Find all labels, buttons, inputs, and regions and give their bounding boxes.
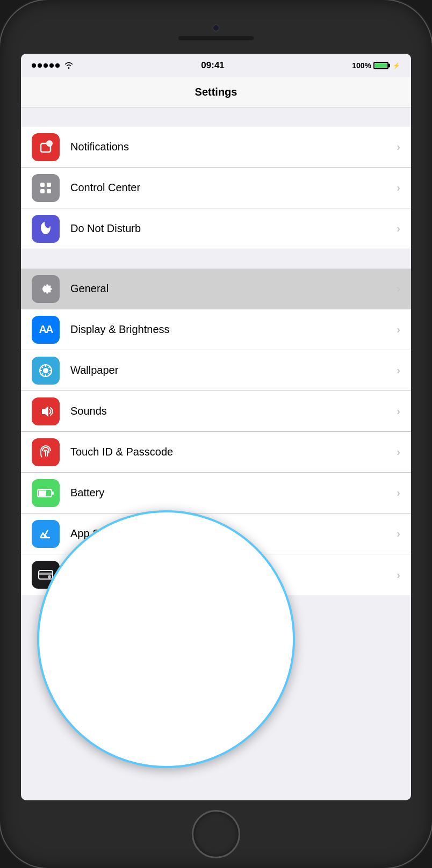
- section-gap-2: [21, 249, 411, 269]
- wallpaper-icon: [32, 357, 60, 385]
- display-chevron: ›: [397, 323, 400, 336]
- display-label: Display & Brightness: [70, 323, 397, 336]
- signal-dot-1: [32, 63, 36, 68]
- control-center-label: Control Center: [70, 182, 397, 194]
- row-display[interactable]: AA Display & Brightness ›: [21, 309, 411, 350]
- wallpaper-label: Wallpaper: [70, 364, 397, 377]
- general-chevron: ›: [397, 283, 400, 295]
- wallpaper-chevron: ›: [397, 364, 400, 377]
- nav-bar: Settings: [21, 77, 411, 107]
- svg-line-16: [41, 373, 43, 375]
- svg-point-23: [48, 575, 51, 578]
- notifications-chevron: ›: [397, 141, 400, 153]
- signal-dot-3: [44, 63, 48, 68]
- general-icon: [32, 275, 60, 303]
- row-sounds[interactable]: Sounds ›: [21, 391, 411, 432]
- screen: 09:41 100% ⚡ Settings: [21, 54, 411, 800]
- svg-line-14: [48, 373, 50, 375]
- section-gap-1: [21, 107, 411, 127]
- control-center-icon: [32, 174, 60, 202]
- battery-fill: [375, 63, 387, 68]
- svg-line-13: [41, 366, 43, 368]
- battery-container: [373, 62, 388, 69]
- row-general[interactable]: General ›: [21, 269, 411, 309]
- control-center-chevron: ›: [397, 182, 400, 194]
- app-store-chevron: ›: [397, 527, 400, 540]
- sounds-label: Sounds: [70, 405, 397, 417]
- camera-dot: [212, 24, 220, 32]
- svg-marker-17: [42, 406, 48, 417]
- status-time: 09:41: [201, 60, 224, 71]
- speaker-slot: [178, 36, 254, 40]
- bottom-bar: [192, 800, 240, 868]
- signal-dot-5: [55, 63, 60, 68]
- battery-percent: 100%: [352, 61, 371, 70]
- touch-id-chevron: ›: [397, 446, 400, 458]
- display-icon: AA: [32, 316, 60, 344]
- touch-id-icon: [32, 438, 60, 466]
- battery-body: [373, 62, 388, 69]
- row-wallpaper[interactable]: Wallpaper ›: [21, 350, 411, 391]
- notifications-label: Notifications: [70, 141, 397, 153]
- svg-rect-19: [39, 490, 46, 496]
- battery-setting-label: Battery: [70, 487, 397, 499]
- row-touch-id[interactable]: Touch ID & Passcode ›: [21, 432, 411, 473]
- svg-point-8: [43, 368, 48, 373]
- svg-rect-20: [52, 491, 54, 495]
- row-control-center[interactable]: Control Center ›: [21, 168, 411, 208]
- wallet-chevron: ›: [397, 569, 400, 581]
- svg-line-15: [48, 366, 50, 368]
- row-do-not-disturb[interactable]: Do Not Disturb ›: [21, 208, 411, 249]
- page-title: Settings: [195, 86, 237, 98]
- bolt-icon: ⚡: [393, 62, 400, 69]
- signal-dot-4: [49, 63, 54, 68]
- svg-rect-6: [47, 189, 51, 193]
- svg-rect-22: [39, 573, 53, 575]
- battery-icon: [32, 479, 60, 507]
- svg-rect-5: [40, 189, 45, 193]
- battery-chevron: ›: [397, 487, 400, 499]
- svg-rect-3: [40, 183, 45, 187]
- magnifier-overlay: General › AA Display & B ›: [37, 510, 295, 768]
- signal-dots: [32, 63, 60, 68]
- do-not-disturb-icon: [32, 215, 60, 243]
- row-notifications[interactable]: Notifications ›: [21, 127, 411, 168]
- home-button[interactable]: [192, 810, 240, 858]
- status-right: 100% ⚡: [352, 61, 400, 70]
- row-battery[interactable]: Battery ›: [21, 473, 411, 513]
- status-bar: 09:41 100% ⚡: [21, 54, 411, 77]
- do-not-disturb-label: Do Not Disturb: [70, 222, 397, 235]
- notifications-icon: [32, 133, 60, 161]
- app-store-icon: [32, 520, 60, 548]
- sounds-icon: [32, 397, 60, 425]
- general-label: General: [70, 283, 397, 295]
- signal-dot-2: [38, 63, 42, 68]
- touch-id-label: Touch ID & Passcode: [70, 446, 397, 458]
- status-left: [32, 61, 74, 70]
- svg-rect-4: [47, 183, 51, 187]
- sounds-chevron: ›: [397, 405, 400, 417]
- svg-point-2: [47, 141, 52, 146]
- phone-frame: 09:41 100% ⚡ Settings: [0, 0, 432, 868]
- top-bar: [0, 0, 432, 54]
- do-not-disturb-chevron: ›: [397, 222, 400, 235]
- wifi-icon: [64, 61, 74, 70]
